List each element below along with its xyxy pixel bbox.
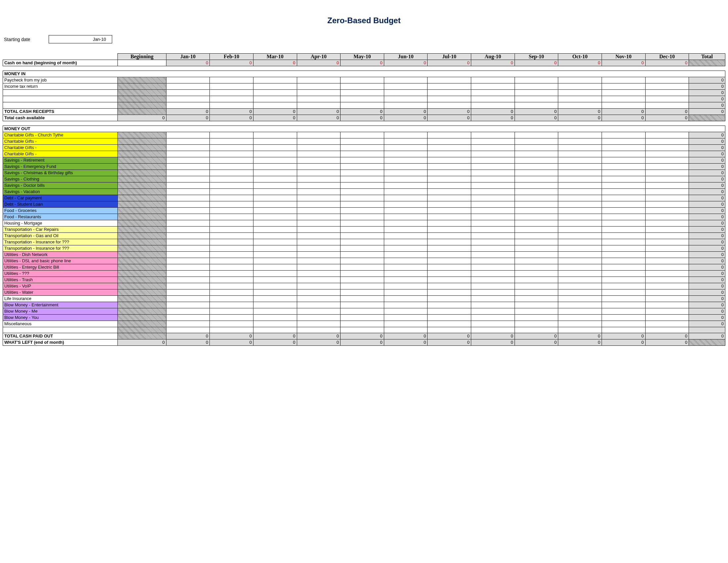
cell[interactable] — [341, 151, 384, 157]
cell[interactable]: 0 — [297, 60, 341, 66]
cell[interactable] — [166, 290, 210, 296]
cell[interactable] — [602, 195, 645, 201]
cell[interactable] — [515, 132, 558, 138]
cell[interactable] — [297, 315, 341, 321]
cell[interactable] — [428, 302, 471, 308]
cell[interactable] — [384, 302, 428, 308]
cell[interactable] — [297, 277, 341, 283]
cell[interactable] — [297, 138, 341, 145]
cell[interactable] — [297, 157, 341, 164]
cell[interactable] — [253, 77, 297, 83]
cell[interactable] — [558, 321, 602, 327]
category-row[interactable]: Utilities - Entergy Electric Bill — [3, 264, 118, 270]
cell[interactable] — [428, 315, 471, 321]
cell[interactable] — [602, 96, 645, 102]
cell[interactable] — [515, 90, 558, 96]
cell[interactable] — [558, 302, 602, 308]
cell[interactable] — [515, 195, 558, 201]
cell[interactable] — [428, 270, 471, 277]
cell[interactable] — [297, 102, 341, 109]
cell[interactable] — [297, 208, 341, 214]
cell[interactable] — [341, 277, 384, 283]
cell[interactable] — [645, 270, 689, 277]
cell[interactable] — [210, 239, 253, 245]
cell[interactable] — [428, 220, 471, 226]
cell[interactable] — [558, 195, 602, 201]
cell[interactable] — [645, 77, 689, 83]
cell[interactable] — [341, 77, 384, 83]
cell[interactable] — [558, 170, 602, 176]
cell[interactable] — [384, 308, 428, 315]
cell[interactable] — [384, 195, 428, 201]
cell[interactable] — [471, 151, 515, 157]
cell[interactable] — [253, 308, 297, 315]
cell[interactable] — [471, 214, 515, 220]
cell[interactable] — [471, 327, 515, 333]
category-row[interactable]: Utilities - Trash — [3, 277, 118, 283]
category-row[interactable]: Utilities - Water — [3, 290, 118, 296]
cell[interactable] — [645, 277, 689, 283]
cell[interactable] — [166, 264, 210, 270]
cell[interactable] — [515, 77, 558, 83]
cell[interactable] — [384, 290, 428, 296]
cell[interactable] — [210, 182, 253, 189]
cell[interactable] — [384, 145, 428, 151]
cell[interactable] — [297, 283, 341, 290]
cell[interactable] — [341, 283, 384, 290]
cell[interactable] — [515, 252, 558, 258]
cell[interactable] — [515, 208, 558, 214]
cell[interactable] — [253, 296, 297, 302]
cell[interactable] — [515, 283, 558, 290]
cell[interactable] — [428, 327, 471, 333]
cell[interactable] — [341, 195, 384, 201]
cell[interactable] — [384, 296, 428, 302]
cell[interactable] — [166, 239, 210, 245]
cell[interactable] — [384, 277, 428, 283]
cell[interactable]: 0 — [210, 60, 253, 66]
cell[interactable] — [645, 170, 689, 176]
cell[interactable] — [515, 164, 558, 170]
cell[interactable] — [253, 176, 297, 182]
cell[interactable]: 0 — [645, 60, 689, 66]
cell[interactable] — [341, 302, 384, 308]
cell[interactable] — [297, 245, 341, 252]
cell[interactable] — [210, 195, 253, 201]
cell[interactable] — [645, 182, 689, 189]
cell[interactable] — [166, 252, 210, 258]
cell[interactable] — [515, 83, 558, 90]
cell[interactable] — [166, 157, 210, 164]
cell[interactable] — [341, 327, 384, 333]
cell[interactable] — [253, 233, 297, 239]
cell[interactable] — [253, 102, 297, 109]
category-row[interactable]: Utilities - VoIP — [3, 283, 118, 290]
cell[interactable] — [166, 182, 210, 189]
cell[interactable] — [602, 258, 645, 264]
cell[interactable] — [428, 290, 471, 296]
cell[interactable]: 0 — [384, 60, 428, 66]
cell[interactable] — [558, 90, 602, 96]
cell[interactable] — [297, 164, 341, 170]
cell[interactable] — [558, 258, 602, 264]
cell[interactable] — [253, 252, 297, 258]
category-row[interactable]: Blow Money - You — [3, 315, 118, 321]
cell[interactable] — [166, 208, 210, 214]
cell[interactable] — [341, 264, 384, 270]
cell[interactable] — [428, 214, 471, 220]
cell[interactable] — [515, 96, 558, 102]
row-label[interactable] — [3, 327, 118, 333]
cell[interactable] — [645, 315, 689, 321]
cell[interactable] — [297, 233, 341, 239]
cell[interactable] — [210, 157, 253, 164]
cell[interactable] — [297, 182, 341, 189]
cell[interactable] — [297, 214, 341, 220]
cell[interactable] — [210, 102, 253, 109]
cell[interactable] — [428, 195, 471, 201]
cell[interactable] — [428, 176, 471, 182]
cell[interactable] — [602, 83, 645, 90]
cell[interactable] — [253, 182, 297, 189]
cell[interactable] — [384, 157, 428, 164]
cell[interactable] — [471, 270, 515, 277]
cell[interactable] — [253, 189, 297, 195]
cell[interactable] — [253, 245, 297, 252]
cell[interactable] — [602, 252, 645, 258]
